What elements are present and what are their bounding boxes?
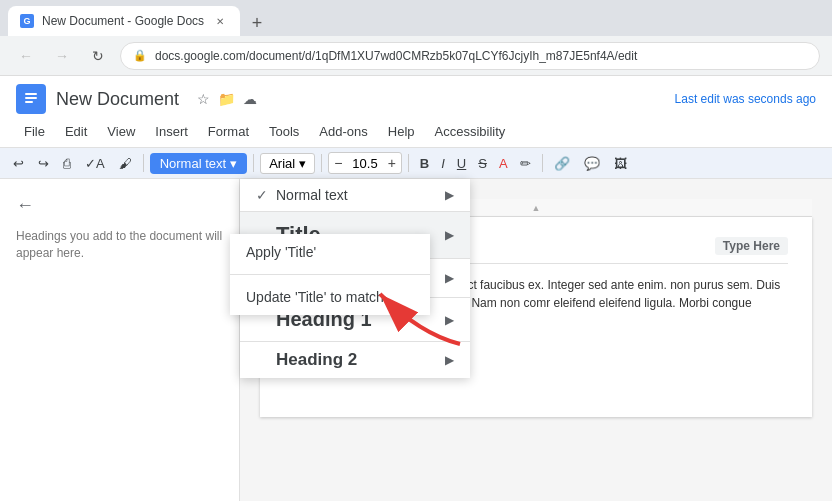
- toolbar-divider-3: [321, 154, 322, 172]
- menu-help[interactable]: Help: [380, 120, 423, 143]
- normal-text-label: Normal text: [276, 187, 445, 203]
- paragraph-style-selector[interactable]: Normal text ▾: [150, 153, 247, 174]
- menu-format[interactable]: Format: [200, 120, 257, 143]
- sidebar-back-button[interactable]: ←: [16, 195, 223, 216]
- format-buttons: B I U S A ✏: [415, 154, 536, 173]
- highlight-button[interactable]: ✏: [515, 154, 536, 173]
- document-title[interactable]: New Document: [56, 89, 179, 110]
- star-icon[interactable]: ☆: [197, 91, 210, 107]
- docs-header: New Document ☆ 📁 ☁ Last edit was seconds…: [0, 76, 832, 148]
- menu-bar: File Edit View Insert Format Tools Add-o…: [16, 120, 816, 147]
- paint-format-button[interactable]: 🖌: [114, 153, 137, 174]
- title-arrow-icon: ▶: [445, 228, 454, 242]
- link-button[interactable]: 🔗: [549, 153, 575, 174]
- last-edit-text[interactable]: Last edit was seconds ago: [675, 92, 816, 106]
- docs-icons: ☆ 📁 ☁: [197, 91, 257, 107]
- font-label: Arial: [269, 156, 295, 171]
- folder-icon[interactable]: 📁: [218, 91, 235, 107]
- undo-button[interactable]: ↩: [8, 153, 29, 174]
- heading2-label: Heading 2: [276, 350, 445, 370]
- menu-tools[interactable]: Tools: [261, 120, 307, 143]
- docs-title-row: New Document ☆ 📁 ☁ Last edit was seconds…: [16, 84, 816, 120]
- image-button[interactable]: 🖼: [609, 153, 632, 174]
- toolbar-divider-5: [542, 154, 543, 172]
- tab-title: New Document - Google Docs: [42, 14, 204, 28]
- new-tab-button[interactable]: +: [244, 10, 270, 36]
- font-color-button[interactable]: A: [494, 154, 513, 173]
- svg-rect-1: [25, 93, 37, 95]
- menu-file[interactable]: File: [16, 120, 53, 143]
- title-submenu: Apply 'Title' Update 'Title' to match: [230, 234, 430, 315]
- type-here-button[interactable]: Type Here: [715, 237, 788, 255]
- print-button[interactable]: ⎙: [58, 153, 76, 174]
- bold-button[interactable]: B: [415, 154, 434, 173]
- cloud-icon[interactable]: ☁: [243, 91, 257, 107]
- tab-favicon: G: [20, 14, 34, 28]
- apply-title-button[interactable]: Apply 'Title': [230, 234, 430, 270]
- underline-button[interactable]: U: [452, 154, 471, 173]
- update-title-button[interactable]: Update 'Title' to match: [230, 279, 430, 315]
- heading1-arrow-icon: ▶: [445, 313, 454, 327]
- menu-accessibility[interactable]: Accessibility: [427, 120, 514, 143]
- tab-bar: G New Document - Google Docs ✕ +: [0, 0, 832, 36]
- sidebar: ← Headings you add to the document will …: [0, 179, 240, 501]
- forward-button[interactable]: →: [48, 42, 76, 70]
- font-size-control[interactable]: − 10.5 +: [328, 152, 402, 174]
- subtitle-arrow-icon: ▶: [445, 271, 454, 285]
- svg-rect-2: [25, 97, 37, 99]
- strikethrough-button[interactable]: S: [473, 154, 492, 173]
- font-selector[interactable]: Arial ▾: [260, 153, 315, 174]
- arrow-icon: ▶: [445, 188, 454, 202]
- refresh-button[interactable]: ↻: [84, 42, 112, 70]
- back-button[interactable]: ←: [12, 42, 40, 70]
- toolbar-divider-4: [408, 154, 409, 172]
- italic-button[interactable]: I: [436, 154, 450, 173]
- menu-addons[interactable]: Add-ons: [311, 120, 375, 143]
- font-size-value[interactable]: 10.5: [347, 154, 382, 173]
- heading2-arrow-icon: ▶: [445, 353, 454, 367]
- style-selector-label: Normal text: [160, 156, 226, 171]
- toolbar-divider-1: [143, 154, 144, 172]
- style-selector-arrow: ▾: [230, 156, 237, 171]
- dropdown-item-heading2[interactable]: Heading 2 ▶: [240, 342, 470, 378]
- menu-edit[interactable]: Edit: [57, 120, 95, 143]
- toolbar-divider-2: [253, 154, 254, 172]
- menu-view[interactable]: View: [99, 120, 143, 143]
- menu-insert[interactable]: Insert: [147, 120, 196, 143]
- docs-toolbar: ↩ ↪ ⎙ ✓A 🖌 Normal text ▾ Arial ▾ − 10.5 …: [0, 148, 832, 179]
- redo-button[interactable]: ↪: [33, 153, 54, 174]
- active-tab[interactable]: G New Document - Google Docs ✕: [8, 6, 240, 36]
- comment-button[interactable]: 💬: [579, 153, 605, 174]
- font-arrow: ▾: [299, 156, 306, 171]
- docs-body: ← Headings you add to the document will …: [0, 179, 832, 501]
- dropdown-item-normal[interactable]: ✓ Normal text ▶: [240, 179, 470, 211]
- docs-logo: [16, 84, 46, 114]
- browser-navigation: ← → ↻ 🔒 docs.google.com/document/d/1qDfM…: [0, 36, 832, 76]
- sidebar-hint: Headings you add to the document will ap…: [16, 228, 223, 262]
- submenu-divider: [230, 274, 430, 275]
- spellcheck-button[interactable]: ✓A: [80, 153, 110, 174]
- font-size-decrease[interactable]: −: [329, 153, 347, 173]
- lock-icon: 🔒: [133, 49, 147, 62]
- tab-close-button[interactable]: ✕: [212, 13, 228, 29]
- font-size-increase[interactable]: +: [383, 153, 401, 173]
- svg-rect-3: [25, 101, 33, 103]
- address-bar[interactable]: 🔒 docs.google.com/document/d/1qDfM1XU7wd…: [120, 42, 820, 70]
- checkmark-icon: ✓: [256, 187, 276, 203]
- url-text: docs.google.com/document/d/1qDfM1XU7wd0C…: [155, 49, 637, 63]
